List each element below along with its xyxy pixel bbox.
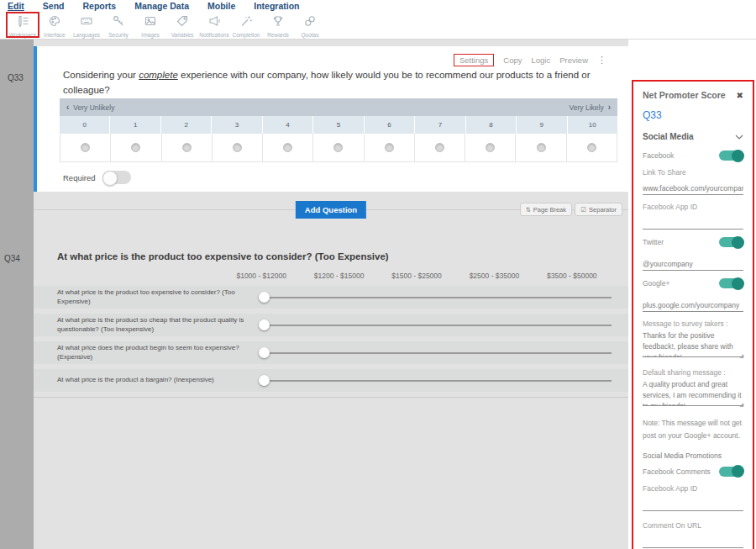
close-icon[interactable]: ✖ (737, 91, 743, 100)
price-slider[interactable] (259, 341, 612, 364)
price-column-header: $1000 - $12000 (223, 272, 300, 280)
radio-button-9[interactable] (537, 143, 546, 152)
social-media-label: Social Media (643, 132, 694, 141)
add-question-button[interactable]: Add Question (296, 201, 366, 219)
slider-row-label: At what price is the product so cheap th… (34, 316, 259, 335)
facebook-link-input[interactable] (643, 182, 743, 195)
question-number-sidebar: Q33 Q34 (0, 40, 34, 549)
toolbar-item-completion[interactable]: Completion (230, 12, 262, 38)
slider-row: At what price does the product begin to … (34, 341, 628, 364)
radio-button-7[interactable] (435, 143, 444, 152)
chevron-right-icon[interactable]: › (608, 103, 611, 112)
logic-button[interactable]: Logic (531, 55, 550, 65)
page-break-icon: ⇅ (526, 206, 531, 214)
facebook-app-id2-input[interactable] (643, 499, 743, 511)
required-toggle[interactable] (102, 171, 131, 184)
social-media-section-header[interactable]: Social Media (643, 132, 743, 141)
toolbar-item-interface[interactable]: Interface (39, 12, 71, 38)
sharing-textarea[interactable]: A quality product and great services, I … (643, 379, 743, 406)
radio-button-6[interactable] (385, 143, 394, 152)
menu-edit[interactable]: Edit (8, 1, 24, 11)
workspace-icon (16, 14, 29, 31)
slider-handle[interactable] (259, 292, 270, 303)
resize-grip-icon[interactable]: ◢ (739, 401, 743, 407)
radio-button-2[interactable] (182, 143, 192, 152)
sharing-textarea-wrap: A quality product and great services, I … (643, 379, 743, 409)
page-break-button[interactable]: ⇅Page Break (520, 203, 573, 216)
comment-on-url-input[interactable] (643, 536, 743, 548)
separator-icon: ☑ (580, 206, 586, 214)
resize-grip-icon[interactable]: ◢ (739, 352, 743, 358)
scale-left-label: Very Unlikely (73, 103, 114, 112)
radio-button-8[interactable] (486, 143, 495, 152)
radio-button-3[interactable] (233, 143, 242, 152)
facebook-comments-toggle[interactable] (719, 467, 743, 477)
chain-icon (303, 14, 317, 31)
scale-number: 1 (110, 116, 160, 134)
price-slider[interactable] (259, 314, 612, 336)
scale-number: 2 (161, 116, 212, 134)
message-to-survey-takers-label: Message to survey takers : (643, 319, 743, 328)
facebook-comments-row: Facebook Comments (643, 467, 743, 477)
menu-integration[interactable]: Integration (254, 1, 299, 11)
preview-button[interactable]: Preview (559, 55, 588, 65)
chevron-down-icon[interactable] (735, 135, 743, 140)
scale-number: 3 (212, 116, 262, 134)
panel-header: Net Promoter Score ✖ (643, 90, 743, 100)
toolbar-item-quotas[interactable]: Quotas (294, 12, 326, 38)
radio-button-10[interactable] (587, 143, 596, 152)
toolbar-item-workspace[interactable]: Workspace (7, 12, 39, 38)
menu-send[interactable]: Send (43, 1, 65, 11)
scale-number: 8 (466, 116, 517, 134)
facebook-app-id2-label: Facebook App ID (643, 484, 743, 493)
slider-handle[interactable] (259, 347, 270, 358)
slider-row-label: At what price is the product a bargain? … (34, 376, 259, 385)
twitter-handle-input[interactable] (643, 258, 743, 271)
kebab-menu-icon[interactable]: ⋮ (597, 55, 606, 66)
menu-mobile[interactable]: Mobile (207, 1, 235, 11)
facebook-label: Facebook (643, 151, 674, 160)
q34-question-title[interactable]: At what price is the product too expensi… (57, 251, 389, 261)
slider-handle[interactable] (259, 319, 270, 330)
message-textarea-wrap: Thanks for the positive feedback!, pleas… (643, 330, 743, 361)
toolbar-item-languages[interactable]: Languages (71, 12, 102, 38)
price-slider[interactable] (259, 286, 612, 309)
settings-button[interactable]: Settings (454, 54, 494, 66)
key-icon (112, 14, 125, 31)
toolbar-item-variables[interactable]: Variables (166, 12, 198, 38)
copy-button[interactable]: Copy (503, 55, 522, 65)
keyboard-icon (80, 14, 93, 31)
radio-button-5[interactable] (333, 143, 343, 152)
facebook-toggle[interactable] (719, 150, 743, 161)
question-text[interactable]: Considering your complete experience wit… (63, 68, 592, 98)
facebook-app-id-input[interactable] (643, 217, 743, 230)
separator-button[interactable]: ☑Separator (575, 203, 622, 216)
radio-button-4[interactable] (283, 143, 292, 152)
google-url-input[interactable] (643, 299, 743, 312)
radio-button-0[interactable] (81, 143, 90, 152)
toolbar-item-security[interactable]: Security (102, 12, 134, 38)
slider-handle[interactable] (259, 375, 270, 386)
twitter-toggle[interactable] (719, 237, 743, 247)
toolbar-item-notifications[interactable]: Notifications (198, 12, 230, 38)
radio-button-1[interactable] (131, 143, 140, 152)
message-textarea[interactable]: Thanks for the positive feedback!, pleas… (643, 330, 743, 357)
toolbar-item-label: Notifications (199, 32, 228, 38)
google-plus-label: Google+ (643, 279, 669, 288)
toolbar-item-images[interactable]: Images (134, 12, 166, 38)
toolbar-item-rewards[interactable]: Rewards (262, 12, 294, 38)
menu-reports[interactable]: Reports (83, 1, 117, 11)
chevron-left-icon[interactable]: ‹ (66, 103, 69, 112)
google-plus-toggle[interactable] (719, 278, 743, 288)
facebook-comments-label: Facebook Comments (643, 467, 711, 476)
toolbar-item-label: Interface (44, 32, 65, 38)
q34-number-label: Q34 (4, 254, 20, 263)
q33-question-card[interactable]: Settings Copy Logic Preview ⋮ Considerin… (34, 46, 628, 192)
toolbar-item-label: Variables (171, 32, 194, 38)
price-column-header: $1200 - $15000 (300, 272, 377, 280)
slider-row: At what price is the product so cheap th… (34, 314, 628, 336)
slider-row-label: At what price is the product too expensi… (34, 288, 259, 307)
price-slider[interactable] (259, 369, 612, 392)
question-text-emphasis: complete (139, 70, 178, 80)
menu-manage-data[interactable]: Manage Data (134, 1, 189, 11)
